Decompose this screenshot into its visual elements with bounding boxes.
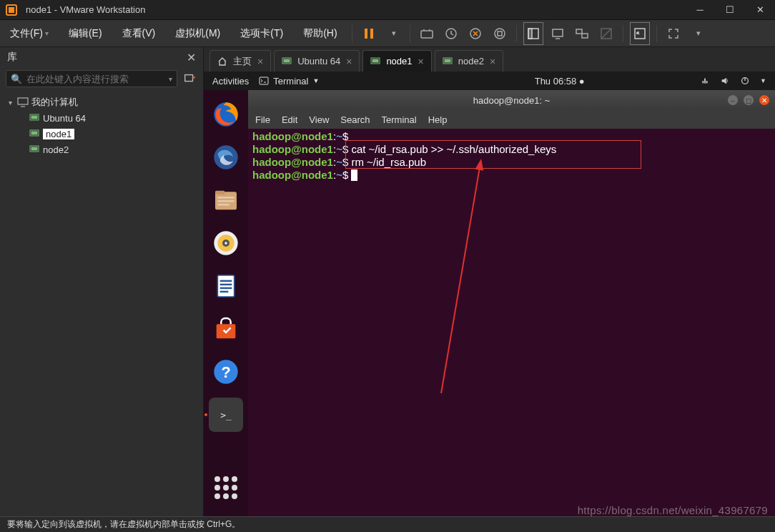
dock-software[interactable]	[209, 312, 243, 346]
menu-vm[interactable]: 虚拟机(M)	[165, 20, 230, 47]
term-close-button[interactable]: ✕	[759, 95, 769, 105]
close-button[interactable]: ✕	[745, 0, 775, 20]
search-input[interactable]	[26, 74, 169, 84]
tab-close-icon[interactable]: ×	[418, 56, 424, 67]
snapshot-manager-button[interactable]	[488, 20, 512, 47]
svg-point-42	[224, 242, 227, 244]
snapshot-button[interactable]	[439, 20, 463, 47]
svg-point-7	[495, 29, 505, 39]
svg-rect-27	[372, 59, 378, 62]
menu-edit[interactable]: 编辑(E)	[59, 20, 112, 47]
library-search[interactable]: 🔍 ▾	[6, 70, 177, 87]
svg-rect-21	[31, 132, 37, 134]
menu-view[interactable]: 查看(V)	[112, 20, 166, 47]
terminal-menubar: File Edit View Search Terminal Help	[248, 110, 775, 129]
window-title: node1 - VMware Workstation	[23, 4, 685, 15]
menu-tabs[interactable]: 选项卡(T)	[230, 20, 293, 47]
tree-item-node2[interactable]: node2	[0, 142, 203, 157]
activities-button[interactable]: Activities	[212, 76, 249, 87]
tree-root-my-computer[interactable]: ▾ 我的计算机	[0, 94, 203, 110]
term-menu-edit[interactable]: Edit	[282, 114, 297, 125]
svg-line-51	[441, 163, 480, 393]
pause-button[interactable]	[357, 20, 381, 47]
close-panel-icon[interactable]: ✕	[187, 51, 196, 64]
search-dropdown-icon[interactable]: ▾	[169, 75, 172, 83]
view-unity-button[interactable]	[594, 20, 618, 47]
svg-rect-1	[9, 7, 14, 13]
enter-fullscreen-button[interactable]	[628, 20, 652, 47]
svg-rect-36	[217, 197, 234, 199]
tree-collapse-icon[interactable]: ▾	[6, 99, 14, 107]
snapshot-revert-button[interactable]	[463, 20, 488, 47]
app-indicator[interactable]: Terminal ▼	[259, 76, 319, 87]
tab-ubuntu64[interactable]: Ubuntu 64 ×	[274, 50, 360, 72]
terminal-titlebar: hadoop@node1: ~ – ◻ ✕	[248, 90, 775, 110]
svg-rect-23	[31, 147, 37, 150]
svg-rect-10	[528, 29, 532, 39]
vm-icon	[29, 145, 40, 154]
terminal-body[interactable]: hadoop@node1:~$ hadoop@node1:~$ cat ~/id…	[248, 129, 775, 516]
dock-terminal[interactable]: >_	[209, 398, 243, 432]
watermark: https://blog.csdn.net/weixin_43967679	[578, 504, 768, 516]
power-dropdown[interactable]: ▾	[381, 20, 405, 47]
maximize-button[interactable]: ☐	[715, 0, 745, 20]
power-icon[interactable]	[740, 76, 750, 86]
dock-help[interactable]: ?	[209, 355, 243, 389]
term-menu-file[interactable]: File	[255, 114, 270, 125]
minimize-button[interactable]: ─	[685, 0, 715, 20]
vm-icon	[29, 114, 40, 122]
tab-home[interactable]: 主页 ×	[209, 50, 271, 72]
ubuntu-dock: ? >_	[204, 90, 248, 516]
view-single-button[interactable]	[521, 20, 546, 47]
new-vm-button[interactable]	[182, 71, 197, 87]
svg-rect-47	[220, 291, 229, 293]
dock-files[interactable]	[209, 183, 243, 217]
view-multi-button[interactable]	[570, 20, 594, 47]
fullscreen-dropdown[interactable]: ▾	[686, 20, 710, 47]
dock-thunderbird[interactable]	[209, 140, 243, 174]
send-ctrl-alt-del-button[interactable]	[415, 20, 439, 47]
dock-libreoffice[interactable]	[209, 269, 243, 303]
tab-close-icon[interactable]: ×	[257, 56, 263, 67]
terminal-window[interactable]: hadoop@node1: ~ – ◻ ✕ File Edit View Sea	[248, 90, 775, 516]
clock[interactable]: Thu 06:58 ●	[329, 76, 690, 87]
arrow-annotation	[427, 157, 513, 400]
svg-rect-30	[260, 77, 268, 84]
dock-rhythmbox[interactable]	[209, 226, 243, 260]
library-sidebar: 库 ✕ 🔍 ▾ ▾ 我的计算机 Ubuntu 64 node1	[0, 47, 204, 516]
fullscreen-button[interactable]	[661, 20, 686, 47]
status-text: 要将输入定向到该虚拟机，请在虚拟机内部单击或按 Ctrl+G。	[7, 518, 240, 531]
vm-tree: ▾ 我的计算机 Ubuntu 64 node1 node2	[0, 90, 203, 162]
svg-rect-38	[217, 204, 229, 206]
network-icon[interactable]	[700, 76, 710, 86]
term-menu-search[interactable]: Search	[340, 114, 370, 125]
term-menu-view[interactable]: View	[309, 114, 329, 125]
menu-file[interactable]: 文件(F)▾	[0, 20, 59, 47]
tree-item-node1[interactable]: node1	[0, 126, 203, 142]
svg-rect-12	[576, 29, 582, 34]
tab-node2[interactable]: node2 ×	[435, 50, 503, 72]
tree-item-ubuntu64[interactable]: Ubuntu 64	[0, 110, 203, 126]
tab-close-icon[interactable]: ×	[490, 56, 495, 67]
term-menu-terminal[interactable]: Terminal	[382, 114, 417, 125]
term-maximize-button[interactable]: ◻	[744, 95, 754, 105]
vm-tab-icon	[443, 56, 453, 66]
svg-rect-19	[31, 116, 37, 119]
dock-firefox[interactable]	[209, 97, 243, 132]
tab-close-icon[interactable]: ×	[346, 56, 352, 67]
menubar: 文件(F)▾ 编辑(E) 查看(V) 虚拟机(M) 选项卡(T) 帮助(H) ▾…	[0, 20, 775, 47]
highlight-annotation	[345, 140, 641, 169]
vm-tab-icon	[370, 56, 380, 66]
term-menu-help[interactable]: Help	[428, 114, 448, 125]
tab-node1[interactable]: node1 ×	[362, 50, 431, 72]
term-minimize-button[interactable]: –	[728, 95, 738, 105]
svg-rect-45	[220, 284, 232, 286]
vmware-icon	[6, 4, 17, 16]
volume-icon[interactable]	[720, 76, 730, 86]
library-title: 库	[7, 51, 17, 64]
guest-display[interactable]: Activities Terminal ▼ Thu 06:58 ● ▼	[204, 72, 775, 516]
view-console-button[interactable]	[546, 20, 570, 47]
dock-show-apps[interactable]	[212, 473, 240, 502]
menu-help[interactable]: 帮助(H)	[293, 20, 347, 47]
vm-tab-icon	[282, 56, 292, 66]
